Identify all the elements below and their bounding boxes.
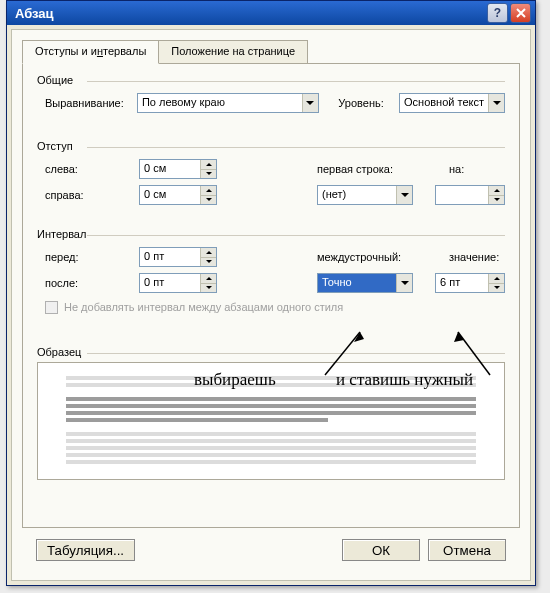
group-indent: Отступ слева: 0 см первая строка: на: <box>37 140 505 208</box>
cancel-button[interactable]: Отмена <box>428 539 506 561</box>
group-preview-title: Образец <box>37 346 505 358</box>
after-value: 0 пт <box>140 274 200 292</box>
level-value: Основной текст <box>400 94 488 112</box>
spin-down-icon[interactable] <box>200 196 216 205</box>
align-value: По левому краю <box>138 94 302 112</box>
help-button[interactable]: ? <box>487 3 508 23</box>
group-spacing: Интервал перед: 0 пт междустрочный: знач… <box>37 228 505 318</box>
titlebar[interactable]: Абзац ? <box>7 1 535 25</box>
level-label: Уровень: <box>338 97 393 109</box>
client-area: Отступы и интервалы Положение на страниц… <box>11 29 531 581</box>
after-spinner[interactable]: 0 пт <box>139 273 217 293</box>
chevron-down-icon[interactable] <box>302 94 318 112</box>
spin-up-icon[interactable] <box>200 248 216 258</box>
indent-left-spinner[interactable]: 0 см <box>139 159 217 179</box>
checkbox-icon[interactable] <box>45 301 58 314</box>
dialog-buttons: Табуляция... ОК Отмена <box>22 534 520 566</box>
tab-indents[interactable]: Отступы и интервалы <box>22 40 159 64</box>
spin-up-icon[interactable] <box>488 274 504 284</box>
group-spacing-title: Интервал <box>37 228 505 240</box>
indent-left-value: 0 см <box>140 160 200 178</box>
chevron-down-icon[interactable] <box>396 186 412 204</box>
ok-button[interactable]: ОК <box>342 539 420 561</box>
after-label: после: <box>37 277 133 289</box>
align-label: Выравнивание: <box>37 97 131 109</box>
before-spinner[interactable]: 0 пт <box>139 247 217 267</box>
spin-down-icon[interactable] <box>488 284 504 293</box>
spin-up-icon[interactable] <box>200 274 216 284</box>
tab-position[interactable]: Положение на странице <box>158 40 308 64</box>
spin-down-icon[interactable] <box>488 196 504 205</box>
tabs-button[interactable]: Табуляция... <box>36 539 135 561</box>
group-indent-title: Отступ <box>37 140 505 152</box>
spin-up-icon[interactable] <box>488 186 504 196</box>
nodup-label: Не добавлять интервал между абзацами одн… <box>64 301 343 313</box>
at-spinner[interactable]: 6 пт <box>435 273 505 293</box>
spin-up-icon[interactable] <box>200 186 216 196</box>
align-combo[interactable]: По левому краю <box>137 93 319 113</box>
indent-by-label: на: <box>449 163 505 175</box>
spin-down-icon[interactable] <box>200 284 216 293</box>
firstline-value: (нет) <box>318 186 396 204</box>
group-general-title: Общие <box>37 74 505 86</box>
before-value: 0 пт <box>140 248 200 266</box>
indent-right-spinner[interactable]: 0 см <box>139 185 217 205</box>
titlebar-text: Абзац <box>15 6 487 21</box>
chevron-down-icon[interactable] <box>396 274 412 292</box>
indent-right-label: справа: <box>37 189 133 201</box>
nodup-checkbox-row[interactable]: Не добавлять интервал между абзацами одн… <box>37 296 505 318</box>
at-label: значение: <box>449 251 505 263</box>
linespacing-value: Точно <box>318 274 396 292</box>
before-label: перед: <box>37 251 133 263</box>
indent-by-value <box>436 186 488 204</box>
close-button[interactable] <box>510 3 531 23</box>
level-combo[interactable]: Основной текст <box>399 93 505 113</box>
group-general: Общие Выравнивание: По левому краю Урове… <box>37 74 505 116</box>
firstline-label: первая строка: <box>317 163 427 175</box>
linespacing-combo[interactable]: Точно <box>317 273 413 293</box>
linespacing-label: междустрочный: <box>317 251 427 263</box>
at-value: 6 пт <box>436 274 488 292</box>
indent-right-value: 0 см <box>140 186 200 204</box>
paragraph-dialog: Абзац ? Отступы и интервалы Положение на… <box>6 0 536 586</box>
firstline-combo[interactable]: (нет) <box>317 185 413 205</box>
group-preview: Образец <box>37 346 505 480</box>
indent-by-spinner[interactable] <box>435 185 505 205</box>
tab-panel: Общие Выравнивание: По левому краю Урове… <box>22 63 520 528</box>
spin-down-icon[interactable] <box>200 258 216 267</box>
chevron-down-icon[interactable] <box>488 94 504 112</box>
preview-box <box>37 362 505 480</box>
spin-down-icon[interactable] <box>200 170 216 179</box>
spin-up-icon[interactable] <box>200 160 216 170</box>
indent-left-label: слева: <box>37 163 133 175</box>
